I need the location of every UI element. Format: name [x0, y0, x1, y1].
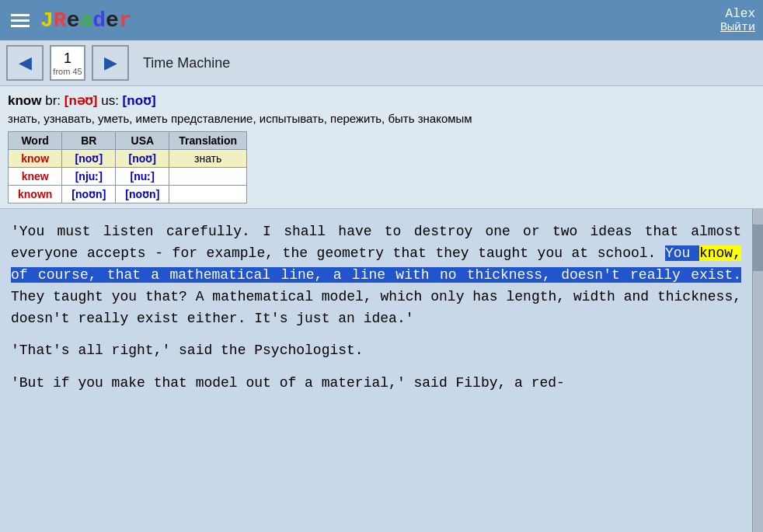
- page-number: 1: [64, 50, 71, 67]
- word-header: know br: [nəʊ] us: [noʊ]: [8, 92, 755, 109]
- cell-br: [njuː]: [62, 168, 116, 186]
- cell-word: know: [9, 150, 62, 168]
- title-j: J: [40, 9, 54, 33]
- pron-br-label: br:: [45, 93, 64, 108]
- nav-bar: ◀ 1 from 45 ▶ Time Machine: [0, 40, 763, 86]
- main-text[interactable]: 'You must listen carefully. I shall have…: [0, 209, 752, 532]
- cell-usa: [nuː]: [116, 168, 169, 186]
- col-usa: USA: [116, 132, 169, 150]
- total-pages: 45: [72, 67, 82, 76]
- forms-table: Word BR USA Translation know[noʊ][noʊ]зн…: [8, 131, 247, 203]
- table-row: knew[njuː][nuː]: [9, 168, 247, 186]
- from-label: from: [53, 67, 70, 76]
- user-area: Alex Выйти: [720, 7, 755, 34]
- page-from-total: from 45: [53, 67, 82, 76]
- book-title: Time Machine: [143, 55, 230, 71]
- col-word: Word: [9, 132, 62, 150]
- cell-word: known: [9, 186, 62, 203]
- forms-tbody: know[noʊ][noʊ]знатьknew[njuː][nuː]known[…: [9, 150, 247, 203]
- scrollbar[interactable]: [752, 209, 763, 532]
- prev-button[interactable]: ◀: [6, 45, 44, 81]
- dictionary-section: know br: [nəʊ] us: [noʊ] знать, узнавать…: [0, 86, 763, 209]
- app-header: JReader Alex Выйти: [0, 0, 763, 40]
- cell-trans: знать: [169, 150, 247, 168]
- title-a: a: [79, 9, 92, 33]
- text-segment: 'You must listen carefully. I shall have…: [11, 224, 741, 261]
- text-highlight-yellow: know,: [699, 245, 741, 261]
- header-left: JReader: [8, 9, 132, 33]
- cell-trans: [169, 168, 247, 186]
- scrollbar-thumb[interactable]: [753, 224, 763, 271]
- user-name: Alex: [720, 7, 755, 21]
- title-r: R: [54, 9, 67, 33]
- paragraph-3: 'But if you make that model out of a mat…: [11, 373, 741, 395]
- title-e2: e: [106, 9, 119, 33]
- title-e: e: [67, 9, 80, 33]
- title-r2: r: [119, 9, 132, 33]
- pron-br: [nəʊ]: [64, 93, 98, 108]
- paragraph-2: 'That's all right,' said the Psychologis…: [11, 340, 741, 362]
- table-row: known[noʊn][noʊn]: [9, 186, 247, 203]
- next-button[interactable]: ▶: [92, 45, 129, 81]
- table-row: know[noʊ][noʊ]знать: [9, 150, 247, 168]
- cell-usa: [noʊn]: [116, 186, 169, 203]
- col-br: BR: [62, 132, 116, 150]
- col-trans: Translation: [169, 132, 247, 150]
- content-wrapper: 'You must listen carefully. I shall have…: [0, 209, 763, 532]
- text-segment-4: 'But if you make that model out of a mat…: [11, 375, 565, 391]
- cell-word: knew: [9, 168, 62, 186]
- word-translation: знать, узнавать, уметь, иметь представле…: [8, 112, 755, 125]
- word-main: know: [8, 93, 41, 108]
- paragraph-1: 'You must listen carefully. I shall have…: [11, 221, 741, 329]
- page-number-box: 1 from 45: [50, 45, 85, 81]
- text-segment-3: 'That's all right,' said the Psychologis…: [11, 342, 364, 358]
- cell-br: [noʊn]: [62, 186, 116, 203]
- menu-icon[interactable]: [8, 11, 33, 30]
- cell-usa: [noʊ]: [116, 150, 169, 168]
- cell-br: [noʊ]: [62, 150, 116, 168]
- logout-button[interactable]: Выйти: [720, 21, 755, 34]
- app-title: JReader: [40, 9, 132, 33]
- text-segment-2: They taught you that? A mathematical mod…: [11, 289, 741, 326]
- pron-us: [noʊ]: [123, 93, 156, 108]
- cell-trans: [169, 186, 247, 203]
- pron-us-label: us:: [101, 93, 122, 108]
- title-d: d: [92, 9, 106, 33]
